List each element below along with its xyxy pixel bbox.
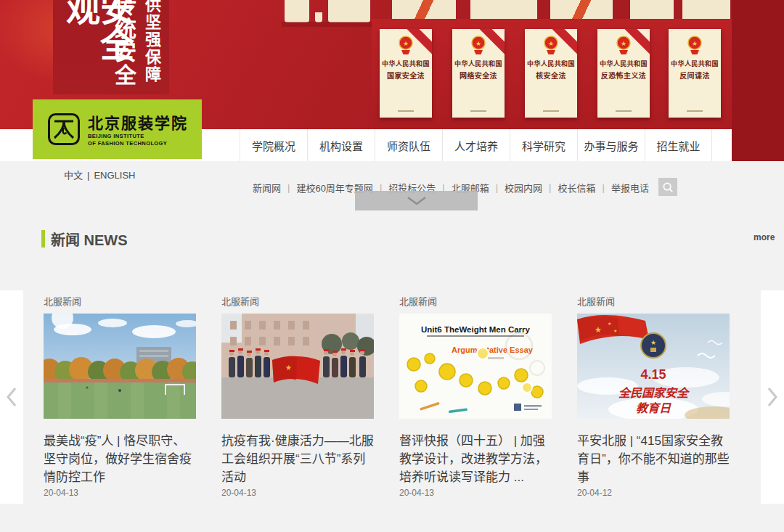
book-title-line2: 反恐怖主义法 (597, 70, 650, 81)
news-card[interactable]: 北服新闻 (44, 294, 196, 498)
national-emblem-icon: ★ (542, 35, 560, 55)
quicklink-report-line[interactable]: 举报电话 (611, 181, 649, 195)
school-name: 北京服装学院 BEIJING INSTITUTE OF FASHION TECH… (88, 111, 188, 147)
card-image[interactable]: ★ (221, 314, 374, 419)
card-title[interactable]: 抗疫有我·健康活力——北服工会组织开展“三八节”系列活动 (221, 432, 374, 486)
svg-text:★: ★ (285, 364, 292, 372)
book-title-line2: 核安全法 (525, 70, 577, 81)
page: 安全观 传统安全 供坚强保障 ★ 中华人民共和国 国家安全法 ★ 中华人民 (0, 0, 784, 532)
nav-item-orgs[interactable]: 机构设置 (307, 129, 375, 161)
quicklink-news-site[interactable]: 新闻网 (253, 181, 281, 195)
nav-item-admission[interactable]: 招生就业 (645, 129, 712, 161)
national-emblem-icon: ★ (396, 35, 415, 55)
card-title[interactable]: 平安北服 | “415国家安全教育日”，你不能不知道的那些事 (577, 432, 730, 486)
banner-collapse-toggle[interactable] (355, 191, 478, 210)
lang-english-link[interactable]: ENGLISH (94, 170, 135, 181)
svg-text:★: ★ (595, 325, 602, 334)
publisher-mark (398, 110, 414, 112)
publisher-mark (616, 110, 632, 112)
quicklink-divider: | (281, 182, 296, 193)
card-category: 北服新闻 (221, 294, 374, 305)
banner-slogan-panel: 安全观 传统安全 供坚强保障 (53, 0, 169, 94)
group-photo: ★ (221, 314, 374, 419)
lang-divider: | (83, 170, 94, 181)
section-accent-bar (41, 230, 45, 247)
carousel-right-gutter (761, 290, 784, 504)
poster-date-text: 4.15 (640, 367, 666, 382)
card-date: 20-04-12 (577, 488, 730, 498)
card-title[interactable]: 督评快报（四十五） | 加强教学设计，改进教学方法，培养听说读写译能力 ... (399, 432, 552, 486)
national-emblem-icon: ★ (469, 35, 488, 55)
national-emblem-icon: ★ (685, 35, 704, 55)
svg-text:★: ★ (548, 40, 554, 47)
card-category: 北服新闻 (44, 294, 196, 305)
book-title-line2: 反间谍法 (669, 70, 721, 81)
nav-item-services[interactable]: 办事与服务 (577, 129, 645, 161)
section-title: 新闻 NEWS (51, 229, 128, 250)
quicklink-president[interactable]: 校长信箱 (558, 181, 595, 195)
card-category: 北服新闻 (577, 294, 730, 305)
card-image[interactable]: Unit6 TheWeight Men Carry Argumentative … (399, 314, 552, 419)
book-title-line1: 中华人民共和国 (597, 59, 650, 68)
national-emblem-icon: ★ (614, 35, 633, 55)
publisher-mark (543, 110, 559, 112)
news-card[interactable]: 北服新闻 Unit6 TheWeight Men Carry Argumenta… (399, 294, 552, 498)
nav-item-talent[interactable]: 人才培养 (442, 129, 510, 161)
news-card[interactable]: 北服新闻 ★ ★ ★ ★ 4.15 (577, 294, 730, 498)
nav-item-overview[interactable]: 学院概况 (240, 129, 307, 161)
book-title-line2: 国家安全法 (380, 70, 432, 81)
lecture-slide-image: Unit6 TheWeight Men Carry Argumentative … (399, 314, 552, 419)
law-book-cover: ★ 中华人民共和国 核安全法 (525, 29, 577, 118)
card-date: 20-04-13 (221, 488, 374, 498)
svg-text:★: ★ (613, 329, 617, 333)
quicklink-intranet[interactable]: 校园内网 (505, 181, 542, 195)
poster-slogan-line1: 全民国家安全 (618, 387, 690, 399)
law-book-cover: ★ 中华人民共和国 国家安全法 (380, 29, 432, 118)
news-card[interactable]: 北服新闻 (221, 294, 374, 498)
card-image[interactable]: ★ ★ ★ ★ 4.15 全民国家安全 教育日 (577, 314, 730, 419)
school-logo-mark-icon (47, 112, 81, 146)
school-name-en-line2: OF FASHION TECHNOLOGY (88, 140, 188, 147)
law-book-cover: ★ 中华人民共和国 反间谍法 (669, 29, 721, 118)
poster-slogan-line2: 教育日 (636, 402, 671, 414)
banner-slogan-text: 供坚强保障 (143, 0, 159, 83)
card-date: 20-04-13 (399, 488, 552, 498)
book-title-line2: 网络安全法 (452, 70, 505, 81)
chevron-down-icon (407, 196, 427, 205)
school-logo[interactable]: 北京服装学院 BEIJING INSTITUTE OF FASHION TECH… (33, 99, 202, 159)
quicklink-divider: | (596, 182, 611, 193)
security-education-day-poster: ★ ★ ★ ★ 4.15 全民国家安全 教育日 (577, 314, 730, 419)
svg-text:★: ★ (650, 339, 656, 346)
search-icon (661, 181, 674, 194)
chevron-right-icon[interactable] (767, 386, 778, 408)
school-name-cn: 北京服装学院 (88, 111, 188, 133)
svg-text:★: ★ (608, 322, 611, 326)
language-switch: 中文|ENGLISH (64, 168, 135, 181)
campus-field-photo (44, 314, 196, 419)
chevron-left-icon[interactable] (6, 386, 17, 408)
banner-slogan-text: 传统安全 (113, 0, 134, 87)
publisher-mark (687, 110, 703, 112)
nav-item-faculty[interactable]: 师资队伍 (375, 129, 442, 161)
law-book-cover: ★ 中华人民共和国 反恐怖主义法 (597, 29, 650, 118)
svg-text:★: ★ (475, 40, 481, 47)
quicklink-divider: | (542, 182, 558, 193)
nav-item-research[interactable]: 科学研究 (510, 129, 577, 161)
svg-text:★: ★ (621, 40, 626, 47)
search-button[interactable] (658, 178, 677, 196)
book-title-line1: 中华人民共和国 (525, 59, 577, 68)
banner-right-column (732, 0, 784, 161)
card-image[interactable] (44, 314, 196, 419)
lang-chinese-link[interactable]: 中文 (64, 170, 83, 181)
school-name-en-line1: BEIJING INSTITUTE (88, 133, 188, 140)
quicklink-divider: | (489, 182, 505, 193)
law-book-cover: ★ 中华人民共和国 网络安全法 (452, 29, 505, 118)
svg-text:★: ★ (692, 40, 698, 47)
card-title[interactable]: 最美战“疫”人 | 恪尽职守、坚守岗位，做好学生宿舍疫情防控工作 (44, 432, 196, 486)
book-title-line1: 中华人民共和国 (669, 59, 721, 68)
carousel-left-gutter (0, 290, 23, 504)
more-link[interactable]: more (754, 232, 775, 242)
slide-title-text: Unit6 TheWeight Men Carry (421, 325, 531, 334)
slide-subtitle-text: Argumentative Essay (452, 345, 534, 354)
svg-text:★: ★ (403, 40, 409, 47)
